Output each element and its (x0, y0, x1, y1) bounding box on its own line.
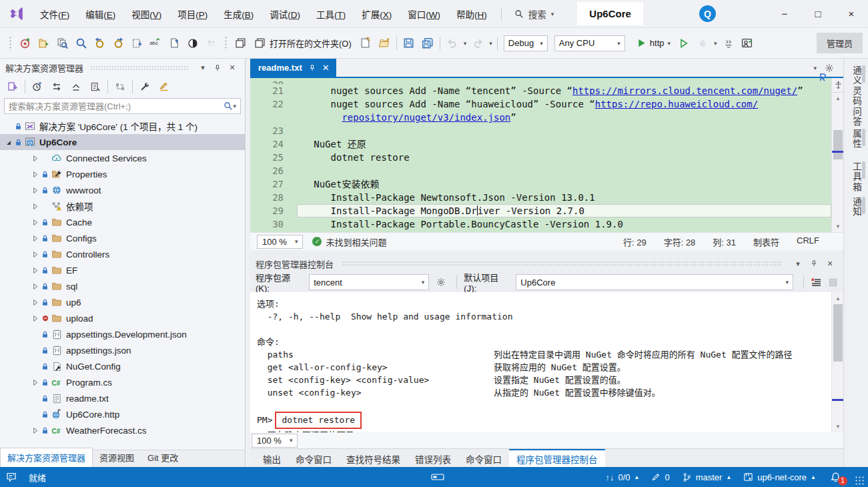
minimize-button[interactable]: − (768, 0, 801, 28)
tree-item-readme.txt[interactable]: readme.txt (0, 390, 245, 406)
menu-item-T[interactable]: 工具(T) (309, 3, 353, 25)
menu-item-X[interactable]: 扩展(X) (354, 3, 399, 25)
save-all-icon[interactable] (420, 35, 436, 51)
editor-line[interactable]: 24NuGet 还原 (250, 137, 831, 151)
menu-item-W[interactable]: 窗口(W) (400, 3, 448, 25)
tab-Git 更改[interactable]: Git 更改 (141, 448, 185, 467)
spell-check-icon[interactable]: abc (147, 35, 163, 51)
tree-item-依赖项[interactable]: 依赖项 (0, 198, 245, 214)
hyperlink[interactable]: https://repo.huaweicloud.com/ (595, 99, 758, 109)
panel-splitter[interactable] (250, 250, 843, 255)
close-panel-icon[interactable]: ✕ (225, 63, 240, 72)
tree-item-up6core[interactable]: Up6Core (0, 134, 245, 150)
sync-active-document-icon[interactable] (5, 79, 20, 94)
notifications-button[interactable]: 1 (822, 472, 849, 483)
navigate-back-icon[interactable] (91, 35, 107, 51)
feedback-button[interactable] (0, 467, 23, 487)
menu-item-P[interactable]: 项目(P) (170, 3, 215, 25)
scroll-up-icon[interactable]: ▲ (832, 294, 844, 303)
expander-collapsed-icon[interactable] (29, 155, 40, 162)
gear-icon[interactable] (825, 63, 834, 73)
eol-indicator[interactable]: CRLF (797, 235, 819, 248)
toolbar-grip[interactable] (9, 36, 12, 51)
menu-item-D[interactable]: 调试(D) (262, 3, 308, 25)
tree-item-weatherforecast.cs[interactable]: C#WeatherForecast.cs (0, 422, 245, 438)
console-zoom-combo[interactable]: 100 % ▾ (252, 434, 298, 448)
close-button[interactable]: × (835, 0, 868, 28)
repository-button[interactable]: up6-net-core ▲ (737, 467, 822, 487)
navigate-forward-icon[interactable] (110, 35, 126, 51)
tree-item-appsettings.development.json[interactable]: appsettings.Development.json (0, 326, 245, 342)
tab-程序包管理器控制台[interactable]: 程序包管理器控制台 (509, 449, 605, 469)
tree-item-ef[interactable]: EF (0, 262, 245, 278)
solution-search-input[interactable] (9, 101, 224, 111)
editor-line[interactable]: 23 (250, 124, 831, 137)
scroll-up-icon[interactable]: ▲ (832, 93, 844, 103)
resize-grip[interactable] (855, 476, 864, 485)
tree-item-up6core.http[interactable]: Up6Core.http (0, 406, 245, 422)
editor-scrollbar[interactable]: ▲ ▼ (831, 78, 843, 232)
tab-错误列表[interactable]: 错误列表 (408, 449, 458, 469)
export-file-icon[interactable] (358, 35, 374, 51)
rename-icon[interactable] (157, 79, 171, 94)
expander-collapsed-icon[interactable] (29, 283, 40, 290)
editor-line[interactable]: 20 (250, 78, 831, 84)
console-scrollbar[interactable]: ▲ ▼ (831, 292, 843, 432)
expander-collapsed-icon[interactable] (29, 379, 40, 386)
tab-查找符号结果[interactable]: 查找符号结果 (339, 449, 408, 469)
char-indicator[interactable]: 字符: 28 (664, 235, 696, 248)
tab-解决方案资源管理器[interactable]: 解决方案资源管理器 (0, 448, 93, 467)
search-icon[interactable] (73, 35, 89, 51)
menu-item-F[interactable]: 文件(F) (33, 3, 77, 25)
pin-icon[interactable] (308, 64, 316, 72)
editor-line[interactable]: 25dotnet restore (250, 151, 831, 164)
tree-item-properties[interactable]: Properties (0, 166, 245, 182)
expander-collapsed-icon[interactable] (29, 427, 40, 434)
tab-输出[interactable]: 输出 (256, 449, 288, 469)
tree-item-appsettings.json[interactable]: appsettings.json (0, 342, 245, 358)
preview-selected-icon[interactable] (113, 79, 127, 94)
wrench-icon[interactable] (137, 79, 152, 94)
editor-line[interactable]: repository/nuget/v3/index.json” (250, 111, 831, 124)
side-tab-属性[interactable]: 属性 (849, 129, 863, 149)
expander-collapsed-icon[interactable] (29, 171, 40, 178)
solution-search-box[interactable]: ▾ (4, 98, 241, 114)
default-project-combo[interactable]: Up6Core▾ (516, 274, 793, 290)
account-avatar[interactable]: Q (699, 5, 716, 22)
editor-line[interactable]: 27NuGet安装依赖 (250, 177, 831, 191)
editor-line[interactable]: 21nuget sources Add -Name “tencent” -Sou… (250, 84, 831, 97)
hyperlink[interactable]: repository/nuget/v3/index.json (342, 112, 510, 123)
editor-line[interactable]: 29Install-Package MongoDB.Driver -Versio… (250, 204, 831, 217)
line-indicator[interactable]: 行: 29 (623, 235, 646, 248)
find-in-files-icon[interactable] (54, 35, 70, 51)
toolbar-overflow-icon[interactable] (721, 35, 737, 51)
sync-icon[interactable] (49, 79, 64, 94)
scroll-down-icon[interactable]: ▼ (832, 221, 844, 231)
side-tab-通知[interactable]: 通知 (849, 197, 863, 217)
column-indicator[interactable]: 列: 31 (713, 235, 736, 248)
close-panel-icon[interactable]: ✕ (822, 260, 838, 268)
pending-changes-button[interactable]: 0 (645, 467, 675, 487)
collapse-all-icon[interactable] (69, 79, 83, 94)
tree-item-nuget.config[interactable]: NuGet.Config (0, 358, 245, 374)
side-tab-工具箱[interactable]: 工具箱 (849, 161, 863, 193)
health-indicator[interactable]: ✓ 未找到相关问题 (312, 235, 386, 248)
toolbar-grip[interactable] (224, 36, 228, 51)
close-tab-icon[interactable]: ✕ (322, 63, 330, 73)
menu-item-B[interactable]: 生成(B) (216, 3, 261, 25)
save-icon[interactable] (401, 35, 417, 51)
gear-icon[interactable] (436, 278, 446, 287)
expander-collapsed-icon[interactable] (29, 219, 40, 226)
open-folder-icon[interactable] (376, 35, 392, 51)
new-file-icon[interactable] (166, 35, 182, 51)
contrast-circle-icon[interactable] (185, 35, 201, 51)
scroll-thumb[interactable] (833, 304, 843, 362)
scroll-thumb[interactable] (833, 130, 843, 159)
expander-collapsed-icon[interactable] (29, 315, 40, 322)
configuration-combo[interactable]: Debug▾ (504, 35, 548, 51)
sync-commits-button[interactable]: ↑↓ 0/0 ▲ (599, 467, 645, 487)
tab-list-chevron-icon[interactable]: ▾ (813, 65, 817, 71)
expander-collapsed-icon[interactable] (29, 235, 40, 242)
expander-collapsed-icon[interactable] (29, 187, 40, 194)
open-containing-folder-button[interactable]: 打开所在的文件夹(O) (250, 35, 356, 51)
